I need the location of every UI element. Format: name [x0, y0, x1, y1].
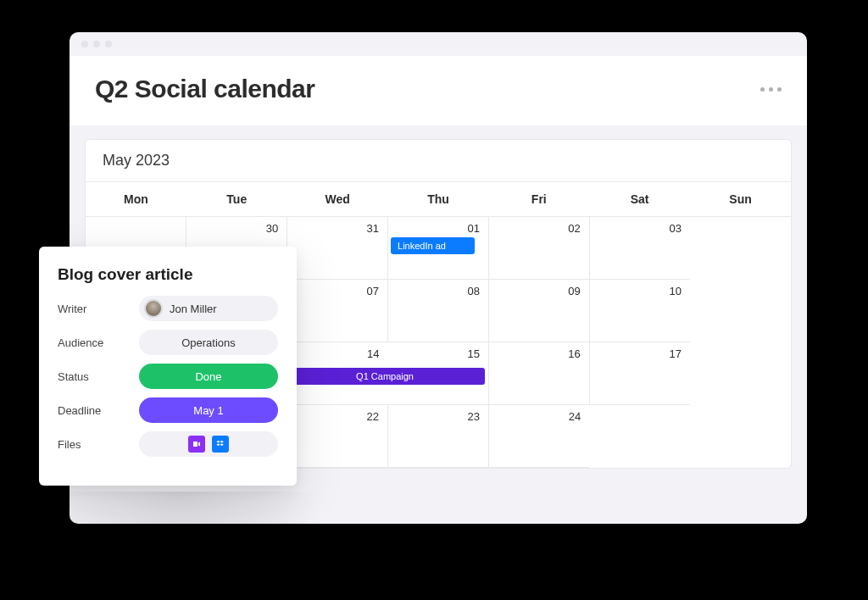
day-cell[interactable]: 23	[388, 405, 489, 468]
day-header-sat: Sat	[589, 182, 690, 217]
day-number	[86, 217, 186, 222]
event-q1-campaign[interactable]: Q1 Campaign	[285, 368, 485, 385]
field-value-writer[interactable]: Jon Miller	[139, 296, 278, 321]
field-writer: Writer Jon Miller	[58, 296, 278, 321]
browser-chrome	[70, 32, 807, 56]
field-label: Audience	[58, 336, 139, 349]
window-dot	[105, 41, 112, 47]
day-number: 24	[489, 405, 589, 423]
field-value-audience[interactable]: Operations	[139, 330, 278, 355]
field-value-status[interactable]: Done	[139, 364, 278, 389]
day-number: 03	[590, 217, 690, 235]
day-number: 07	[287, 280, 387, 297]
popup-title: Blog cover article	[58, 265, 278, 284]
field-label: Deadline	[58, 404, 139, 417]
day-cell[interactable]: 09	[488, 280, 589, 342]
day-cell[interactable]: 24	[488, 405, 589, 468]
field-files: Files	[58, 431, 278, 457]
avatar	[144, 299, 163, 318]
calendar-month-label: May 2023	[86, 140, 791, 182]
day-cell[interactable]: 03	[589, 217, 690, 280]
day-cell[interactable]: 17	[589, 342, 690, 405]
field-value-files[interactable]	[139, 431, 278, 457]
dropbox-icon[interactable]	[212, 436, 229, 453]
day-number: 22	[287, 405, 387, 423]
day-cell[interactable]: 01 LinkedIn ad	[388, 217, 489, 280]
day-number: 08	[388, 280, 488, 297]
field-label: Writer	[58, 303, 139, 315]
day-cell[interactable]: 1415 Q1 Campaign	[287, 342, 489, 405]
day-number: 01	[388, 217, 488, 235]
day-header-mon: Mon	[86, 182, 186, 217]
window-dot	[93, 41, 100, 47]
field-label: Status	[58, 370, 139, 383]
day-number: 02	[489, 217, 589, 235]
day-cell[interactable]: 02	[488, 217, 589, 280]
day-number: 16	[489, 342, 589, 360]
field-status: Status Done	[58, 364, 278, 389]
app-header: Q2 Social calendar	[70, 56, 807, 125]
day-header-sun: Sun	[690, 182, 791, 217]
video-icon[interactable]	[188, 436, 205, 453]
day-number: 23	[388, 405, 488, 423]
day-header-tue: Tue	[186, 182, 287, 217]
day-number: 30	[186, 217, 287, 235]
more-options-button[interactable]	[760, 87, 782, 92]
day-header-fri: Fri	[488, 182, 589, 217]
day-number: 09	[489, 280, 589, 297]
day-number: 10	[590, 280, 690, 297]
field-deadline: Deadline May 1	[58, 397, 278, 423]
day-cell[interactable]: 31	[287, 217, 388, 280]
day-header-thu: Thu	[388, 182, 489, 217]
day-cell[interactable]: 07	[287, 280, 388, 342]
day-cell[interactable]: 08	[388, 280, 489, 342]
day-number: 14	[287, 342, 387, 360]
page-title: Q2 Social calendar	[95, 75, 314, 103]
event-detail-popup: Blog cover article Writer Jon Miller Aud…	[39, 247, 297, 486]
writer-name: Jon Miller	[170, 303, 217, 315]
day-cell[interactable]: 16	[488, 342, 589, 405]
window-dot	[81, 41, 88, 47]
day-number: 15	[388, 342, 488, 360]
day-header-wed: Wed	[287, 182, 388, 217]
day-cell[interactable]: 10	[589, 280, 690, 342]
field-audience: Audience Operations	[58, 330, 278, 355]
field-label: Files	[58, 438, 139, 451]
event-linkedin-ad[interactable]: LinkedIn ad	[391, 237, 475, 254]
field-value-deadline[interactable]: May 1	[139, 397, 278, 423]
day-cell[interactable]: 22	[287, 405, 388, 468]
day-number: 31	[287, 217, 387, 235]
day-number: 17	[590, 342, 690, 360]
